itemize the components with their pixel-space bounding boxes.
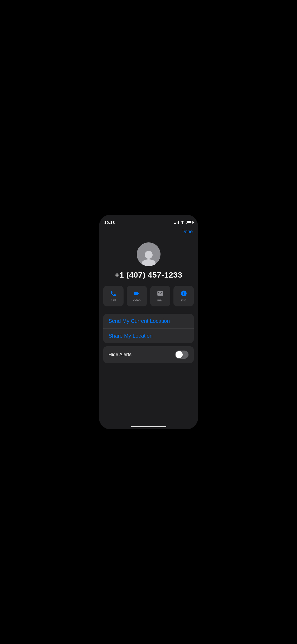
home-bar bbox=[131, 426, 166, 427]
phone-number: +1 (407) 457-1233 bbox=[115, 270, 182, 279]
home-indicator bbox=[99, 424, 198, 429]
location-options: Send My Current Location Share My Locati… bbox=[103, 314, 194, 343]
avatar bbox=[137, 242, 161, 266]
mail-icon bbox=[157, 290, 164, 297]
send-current-location-button[interactable]: Send My Current Location bbox=[103, 314, 194, 329]
avatar-body bbox=[142, 259, 155, 266]
mail-label: mail bbox=[157, 298, 163, 302]
call-icon bbox=[110, 290, 117, 297]
video-label: video bbox=[133, 298, 141, 302]
phone-frame: 10:18 Done bbox=[99, 215, 198, 429]
call-label: call bbox=[111, 298, 116, 302]
main-content: Done +1 (407) 457-1233 call bbox=[99, 226, 198, 424]
hide-alerts-label: Hide Alerts bbox=[109, 352, 131, 357]
signal-bars-icon bbox=[174, 221, 179, 224]
action-buttons-row: call video mail bbox=[103, 286, 194, 306]
call-button[interactable]: call bbox=[103, 286, 124, 306]
done-button[interactable]: Done bbox=[181, 226, 194, 237]
toggle-knob bbox=[176, 351, 183, 358]
avatar-person-silhouette bbox=[142, 251, 155, 266]
info-label: info bbox=[181, 298, 186, 302]
wifi-icon bbox=[180, 221, 185, 224]
mail-button[interactable]: mail bbox=[150, 286, 171, 306]
hide-alerts-toggle[interactable] bbox=[175, 351, 188, 359]
avatar-container bbox=[137, 242, 161, 266]
hide-alerts-row: Hide Alerts bbox=[103, 346, 194, 363]
battery-icon bbox=[186, 221, 193, 224]
share-my-location-button[interactable]: Share My Location bbox=[103, 329, 194, 343]
info-button[interactable]: info bbox=[173, 286, 194, 306]
avatar-head bbox=[145, 251, 153, 259]
video-icon bbox=[133, 290, 140, 297]
status-time: 10:18 bbox=[104, 220, 115, 225]
video-button[interactable]: video bbox=[127, 286, 147, 306]
status-bar: 10:18 bbox=[99, 215, 198, 226]
status-icons bbox=[174, 221, 193, 224]
info-icon bbox=[180, 290, 187, 297]
hide-alerts-container: Hide Alerts bbox=[103, 346, 194, 363]
